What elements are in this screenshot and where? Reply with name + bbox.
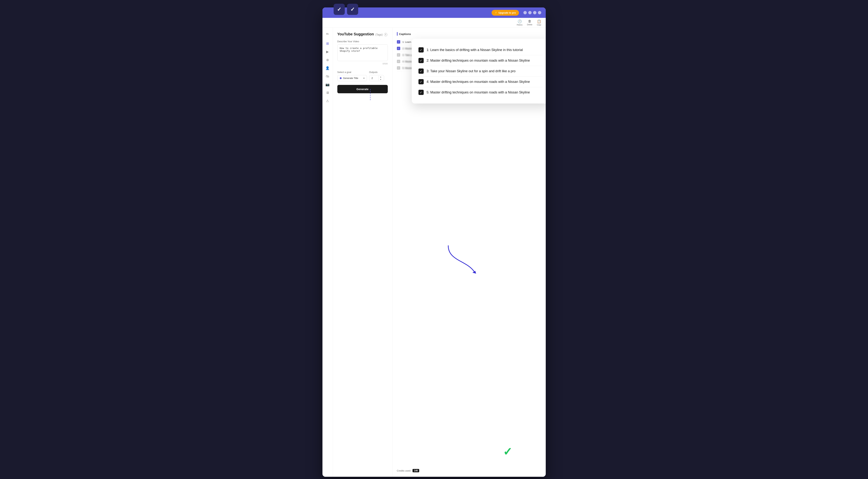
popup-checkbox-3[interactable]: ✓ [418, 68, 424, 74]
result-checkbox-4[interactable]: ✓ [397, 60, 400, 63]
popup-checkbox-2[interactable]: ✓ [418, 58, 424, 63]
sidebar: ≡› ⊞ ▶ ⊕ 👤 🛍 📷 🖥 ⚠ [322, 28, 333, 477]
history-label: History [517, 24, 523, 26]
popup-text-1: 1: Learn the basics of drifting with a N… [427, 48, 523, 52]
sidebar-icon-grid[interactable]: ⊞ [324, 40, 331, 47]
floating-checks-container: ✓ ✓ [334, 4, 358, 15]
popup-text-5: 5: Master drifting techniques on mountai… [427, 90, 530, 94]
results-title: Captions [399, 32, 411, 35]
arrow-container [444, 242, 482, 276]
info-icon[interactable]: ℹ [384, 33, 388, 36]
video-label: Describe Your Video [337, 40, 388, 43]
sidebar-icon-layers[interactable]: ⊕ [324, 57, 331, 63]
floating-check-2: ✓ [347, 4, 358, 15]
form-title: YouTube Suggestion [337, 32, 374, 36]
delete-button[interactable]: 🗑 Delete [527, 19, 532, 26]
results-panel: Captions ✓ 1: Learn the basics of drifti… [393, 28, 546, 477]
sidebar-icon-monitor[interactable]: 🖥 [324, 89, 331, 96]
svg-marker-0 [472, 271, 476, 273]
green-check-float: ✓ [503, 445, 512, 458]
outputs-down-arrow[interactable]: ▼ [379, 78, 383, 81]
copy-button[interactable]: 📋 Copy [537, 19, 541, 26]
goal-label: Select a goal [337, 71, 367, 73]
delete-label: Delete [527, 24, 532, 26]
result-checkbox-2[interactable]: ✓ [397, 47, 400, 50]
popup-item-1: ✓ 1: Learn the basics of drifting with a… [418, 45, 543, 55]
form-row: Select a goal Generate Title ▾ Outputs [337, 68, 388, 81]
popup-checkbox-4[interactable]: ✓ [418, 79, 424, 84]
result-checkbox-3[interactable]: ✓ [397, 53, 400, 57]
sidebar-icon-alert[interactable]: ⚠ [324, 97, 331, 104]
goal-col: Select a goal Generate Title ▾ [337, 68, 367, 81]
credits-value: 146 [412, 469, 419, 472]
outputs-input-wrapper: ▲ ▼ [369, 75, 384, 81]
result-checkbox-5[interactable]: ✓ [397, 66, 400, 70]
results-header: Captions [397, 32, 541, 36]
popup-item-4: ✓ 4: Master drifting techniques on mount… [418, 77, 543, 87]
popup-item-5: ✓ 5: Master drifting techniques on mount… [418, 87, 543, 97]
outputs-col: Outputs ▲ ▼ [369, 68, 388, 81]
char-count: 0/500 [337, 63, 388, 65]
history-button[interactable]: 🕐 History [517, 19, 523, 26]
form-panel: YouTube Suggestion (Tags) ℹ Describe You… [333, 28, 393, 477]
upgrade-button[interactable]: Upgrade to pro [492, 10, 519, 16]
browser-window: Upgrade to pro 🕐 History 🗑 Delete 📋 Copy [322, 7, 546, 477]
result-checkbox-1[interactable]: ✓ [397, 40, 400, 43]
popup-item-2: ✓ 2: Master drifting techniques on mount… [418, 55, 543, 66]
outputs-up-arrow[interactable]: ▲ [379, 76, 383, 78]
results-bar-accent [397, 32, 398, 36]
browser-dot-3 [533, 11, 536, 14]
popup-item-3: ✓ 3: Take your Nissan Skyline out for a … [418, 66, 543, 77]
chevron-down-icon: ▾ [363, 77, 365, 80]
popup-checkbox-1[interactable]: ✓ [418, 47, 424, 53]
video-textarea[interactable]: How to create a profitable Shopify store… [337, 44, 388, 61]
browser-dot-1 [523, 11, 527, 14]
goal-dot [340, 77, 342, 79]
app-layout: ≡› ⊞ ▶ ⊕ 👤 🛍 📷 🖥 ⚠ YouTube Suggestion (T… [322, 28, 546, 477]
popup-card: ✓ 1: Learn the basics of drifting with a… [412, 39, 546, 103]
generate-button[interactable]: Generate [337, 85, 388, 93]
sidebar-icon-camera[interactable]: 📷 [324, 81, 331, 88]
history-icon: 🕐 [518, 19, 522, 24]
copy-icon: 📋 [537, 19, 541, 24]
sidebar-icon-user[interactable]: 👤 [324, 65, 331, 71]
credits-label: Credits used: [397, 469, 411, 472]
goal-value: Generate Title [343, 77, 363, 80]
popup-text-4: 4: Master drifting techniques on mountai… [427, 80, 530, 84]
form-tags: (Tags) [375, 33, 383, 36]
goal-select[interactable]: Generate Title ▾ [337, 75, 367, 81]
sidebar-icon-bag[interactable]: 🛍 [324, 73, 331, 80]
popup-text-3: 3: Take your Nissan Skyline out for a sp… [427, 69, 516, 73]
copy-label: Copy [537, 24, 541, 26]
outputs-arrows: ▲ ▼ [379, 76, 383, 81]
sidebar-toggle[interactable]: ≡› [324, 31, 331, 37]
browser-dot-4 [538, 11, 541, 14]
main-content: YouTube Suggestion (Tags) ℹ Describe You… [333, 28, 546, 477]
outputs-label: Outputs [369, 71, 388, 73]
popup-checkbox-5[interactable]: ✓ [418, 90, 424, 95]
dashed-connector [370, 89, 370, 100]
browser-dots [523, 11, 541, 14]
sidebar-icon-video[interactable]: ▶ [324, 49, 331, 55]
title-row: YouTube Suggestion (Tags) ℹ [337, 32, 388, 37]
outputs-input[interactable] [369, 75, 379, 81]
browser-dot-2 [528, 11, 532, 14]
credits-row: Credits used: 146 [397, 469, 420, 472]
popup-text-2: 2: Master drifting techniques on mountai… [427, 59, 530, 63]
floating-check-1: ✓ [334, 4, 345, 15]
delete-icon: 🗑 [528, 19, 531, 23]
